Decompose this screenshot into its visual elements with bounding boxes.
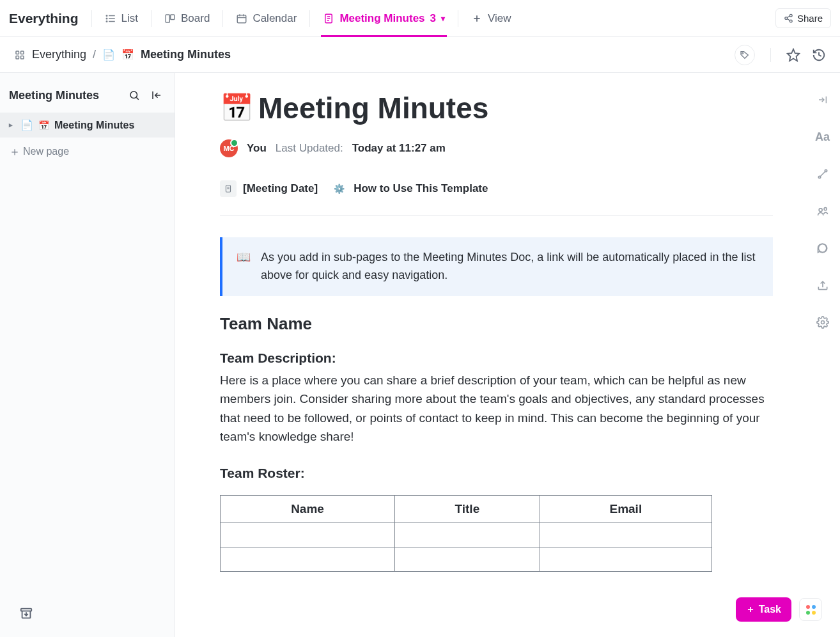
tab-doc-label: Meeting Minutes (339, 12, 424, 25)
breadcrumb-current[interactable]: Meeting Minutes (141, 48, 231, 61)
col-name: Name (221, 495, 395, 523)
tab-list[interactable]: List (96, 0, 147, 37)
main-area: Meeting Minutes ▸ 📄 📅 Meeting Minutes ＋ … (0, 73, 840, 637)
team-roster-table[interactable]: Name Title Email (220, 495, 712, 572)
doc-author: You (247, 142, 267, 155)
tab-view-label: View (488, 12, 511, 25)
relations-icon[interactable] (814, 165, 832, 183)
new-task-label: Task (759, 604, 781, 615)
comment-icon[interactable] (814, 239, 832, 257)
plus-icon (746, 605, 755, 614)
svg-point-40 (818, 176, 820, 178)
table-row[interactable] (221, 547, 712, 571)
heading-team-description[interactable]: Team Description: (220, 350, 773, 366)
sidebar-new-page[interactable]: ＋ New page (0, 138, 175, 166)
star-icon[interactable] (786, 48, 800, 62)
page-doc-icon: 📄 (102, 49, 115, 61)
chip-meeting-date[interactable]: [Meeting Date] (220, 180, 318, 197)
callout-text: As you add in sub-pages to the Meeting M… (261, 249, 759, 285)
document-content[interactable]: 📅 Meeting Minutes MC You Last Updated: T… (175, 73, 805, 637)
tab-calendar[interactable]: Calendar (227, 0, 306, 37)
info-callout: 📖 As you add in sub-pages to the Meeting… (220, 237, 773, 296)
book-emoji-icon: 📖 (237, 249, 251, 285)
breadcrumb-root[interactable]: Everything (32, 48, 86, 61)
workspace-title[interactable]: Everything (9, 11, 79, 26)
svg-point-41 (825, 169, 827, 171)
svg-point-46 (821, 321, 824, 324)
sidebar-archive-icon[interactable] (0, 606, 175, 637)
export-icon[interactable] (814, 276, 832, 294)
chevron-down-icon: ▾ (441, 14, 445, 23)
share-icon (784, 13, 793, 23)
svg-rect-23 (16, 51, 19, 54)
sidebar-item-meeting-minutes[interactable]: ▸ 📄 📅 Meeting Minutes (0, 113, 175, 138)
top-tabs-bar: Everything List Board Calendar Meeting M… (0, 0, 840, 37)
svg-line-21 (787, 16, 789, 18)
floating-actions: Task (736, 597, 822, 622)
heading-team-name[interactable]: Team Name (220, 314, 773, 334)
tab-doc-count: 3 (430, 12, 436, 25)
plus-icon: ＋ (9, 144, 18, 159)
doc-updated-label: Last Updated: (276, 142, 343, 155)
breadcrumb-bar: Everything / 📄 📅 Meeting Minutes (0, 37, 840, 73)
svg-line-22 (787, 19, 789, 20)
tab-board-label: Board (181, 12, 210, 25)
apps-icon (806, 605, 816, 615)
gear-icon[interactable] (814, 313, 832, 331)
svg-rect-26 (21, 56, 24, 59)
calendar-emoji-icon: 📅 (220, 95, 253, 122)
collaborators-icon[interactable] (814, 202, 832, 220)
avatar[interactable]: MC (220, 139, 238, 157)
breadcrumb-separator: / (93, 48, 96, 61)
heading-team-roster[interactable]: Team Roster: (220, 466, 773, 481)
tab-add-view[interactable]: View (462, 0, 520, 37)
table-header-row: Name Title Email (221, 495, 712, 523)
svg-line-30 (136, 97, 138, 99)
svg-point-19 (785, 17, 788, 20)
svg-point-3 (106, 15, 107, 16)
page-doc-icon: 📄 (20, 119, 33, 131)
sidebar-item-label: Meeting Minutes (54, 120, 134, 131)
divider (309, 10, 310, 27)
grid-icon[interactable] (14, 49, 26, 61)
tab-list-label: List (121, 12, 138, 25)
tab-calendar-label: Calendar (253, 12, 297, 25)
doc-title[interactable]: Meeting Minutes (258, 91, 488, 125)
svg-point-27 (742, 52, 743, 54)
divider (91, 10, 92, 27)
tab-board[interactable]: Board (155, 0, 219, 37)
doc-subpages-row: [Meeting Date] ⚙️ How to Use This Templa… (220, 180, 773, 216)
apps-button[interactable] (799, 598, 822, 621)
font-icon[interactable]: Aa (814, 128, 832, 146)
expand-icon[interactable] (814, 91, 832, 109)
plus-icon (471, 13, 483, 24)
svg-point-44 (818, 244, 827, 252)
history-icon[interactable] (812, 48, 826, 62)
col-email: Email (540, 495, 712, 523)
divider (458, 10, 458, 27)
table-row[interactable] (221, 523, 712, 547)
tab-doc[interactable]: Meeting Minutes 3 ▾ (314, 0, 454, 37)
board-icon (164, 13, 176, 24)
doc-title-row: 📅 Meeting Minutes (220, 91, 773, 125)
right-rail: Aa (805, 73, 840, 637)
search-icon[interactable] (126, 87, 143, 104)
collapse-sidebar-icon[interactable] (148, 87, 166, 104)
new-task-button[interactable]: Task (736, 597, 791, 622)
chip-meeting-date-label: [Meeting Date] (243, 182, 318, 195)
svg-point-42 (819, 208, 822, 212)
tag-icon[interactable] (735, 45, 755, 65)
content-wrap: 📅 Meeting Minutes MC You Last Updated: T… (175, 73, 840, 637)
chip-how-to-use-label: How to Use This Template (354, 182, 488, 195)
team-description-body[interactable]: Here is a place where you can share a br… (220, 371, 773, 446)
calendar-icon (236, 13, 247, 24)
svg-point-29 (130, 91, 137, 98)
chip-how-to-use[interactable]: ⚙️ How to Use This Template (331, 180, 488, 197)
divider (222, 10, 223, 27)
share-button[interactable]: Share (775, 8, 831, 28)
svg-marker-28 (788, 49, 799, 60)
svg-rect-24 (21, 51, 24, 54)
doc-updated-time: Today at 11:27 am (352, 142, 446, 155)
calendar-emoji-icon: 📅 (38, 120, 49, 130)
svg-rect-25 (16, 56, 19, 59)
